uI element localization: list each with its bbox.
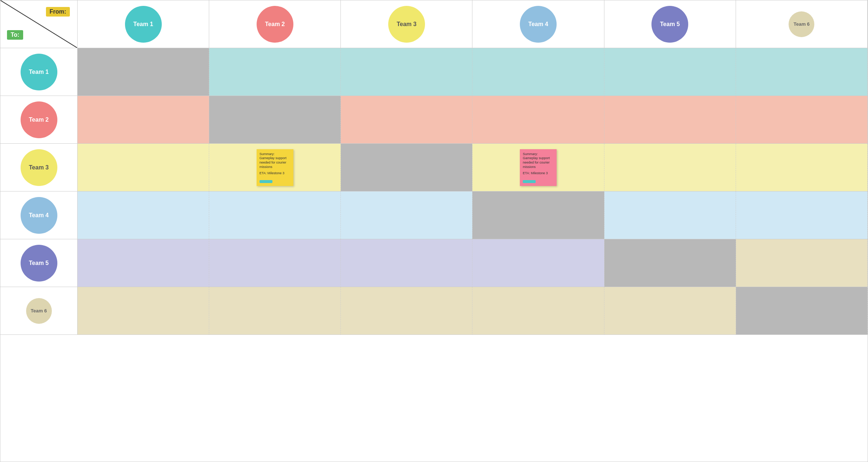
cell-r1-c3: [341, 48, 472, 96]
team2-circle-header: Team 2: [257, 6, 293, 43]
row-header-team5: Team 5: [0, 239, 78, 287]
team6-circle-row: Team 6: [26, 298, 52, 324]
sticky-bar: [523, 180, 536, 183]
cell-r6-c1: [78, 287, 209, 335]
cell-r5-c3: [341, 239, 472, 287]
cell-r2-c5: [604, 96, 736, 144]
col-header-team5: Team 5: [604, 0, 736, 48]
col-header-team4: Team 4: [472, 0, 604, 48]
cell-r3-c5: [604, 144, 736, 191]
col-header-team3: Team 3: [341, 0, 472, 48]
cell-r5-c5-self: [604, 239, 736, 287]
cell-r2-c2-self: [209, 96, 341, 144]
team4-circle-header: Team 4: [520, 6, 557, 43]
cell-r5-c2: [209, 239, 341, 287]
cell-r1-c6: [736, 48, 868, 96]
cell-r6-c4: [472, 287, 604, 335]
team4-circle-row: Team 4: [21, 197, 57, 234]
to-label: To:: [7, 30, 23, 40]
cell-r2-c3: [341, 96, 472, 144]
cell-r3-c2: Summary: Gameplay support needed for cou…: [209, 144, 341, 191]
cell-r5-c1: [78, 239, 209, 287]
cell-r4-c4-self: [472, 191, 604, 239]
cell-r2-c1: [78, 96, 209, 144]
team5-circle-row: Team 5: [21, 245, 57, 282]
cell-r4-c5: [604, 191, 736, 239]
cell-r2-c4: [472, 96, 604, 144]
cell-r4-c1: [78, 191, 209, 239]
team3-circle-header: Team 3: [388, 6, 425, 43]
cell-r6-c5: [604, 287, 736, 335]
cell-r4-c2: [209, 191, 341, 239]
sticky-note-r3-c2[interactable]: Summary: Gameplay support needed for cou…: [257, 149, 293, 186]
dependency-matrix: From: To: Team 1 Team 2 Team 3 Team 4 Te…: [0, 0, 868, 462]
row-header-team3: Team 3: [0, 144, 78, 191]
sticky-note-r3-c4[interactable]: Summary: Gameplay support needed for cou…: [520, 149, 557, 186]
row-header-team4: Team 4: [0, 191, 78, 239]
cell-r4-c3: [341, 191, 472, 239]
col-header-team6: Team 6: [736, 0, 868, 48]
cell-r5-c4: [472, 239, 604, 287]
cell-r6-c2: [209, 287, 341, 335]
col-header-team1: Team 1: [78, 0, 209, 48]
cell-r3-c6: [736, 144, 868, 191]
row-header-team6: Team 6: [0, 287, 78, 335]
sticky-bar: [260, 180, 272, 183]
sticky-eta: ETA: Milestone 3: [523, 171, 554, 176]
cell-r6-c3: [341, 287, 472, 335]
cell-r1-c4: [472, 48, 604, 96]
team1-circle-row: Team 1: [21, 54, 57, 90]
cell-r5-c6: [736, 239, 868, 287]
team2-circle-row: Team 2: [21, 101, 57, 138]
cell-r1-c1-self: [78, 48, 209, 96]
sticky-eta: ETA: Milestone 3: [260, 171, 290, 176]
cell-r2-c6: [736, 96, 868, 144]
team1-circle-header: Team 1: [125, 6, 162, 43]
sticky-summary: Summary: Gameplay support needed for cou…: [523, 152, 554, 169]
row-header-team1: Team 1: [0, 48, 78, 96]
cell-r3-c4: Summary: Gameplay support needed for cou…: [472, 144, 604, 191]
team3-circle-row: Team 3: [21, 149, 57, 186]
team5-circle-header: Team 5: [651, 6, 688, 43]
sticky-summary: Summary: Gameplay support needed for cou…: [260, 152, 290, 169]
row-header-team2: Team 2: [0, 96, 78, 144]
cell-r6-c6-self: [736, 287, 868, 335]
corner-cell: From: To:: [0, 0, 78, 48]
cell-r1-c5: [604, 48, 736, 96]
col-header-team2: Team 2: [209, 0, 341, 48]
team6-circle-header: Team 6: [789, 11, 814, 37]
cell-r3-c3-self: [341, 144, 472, 191]
cell-r1-c2: [209, 48, 341, 96]
cell-r4-c6: [736, 191, 868, 239]
from-label: From:: [46, 7, 70, 17]
cell-r3-c1: [78, 144, 209, 191]
